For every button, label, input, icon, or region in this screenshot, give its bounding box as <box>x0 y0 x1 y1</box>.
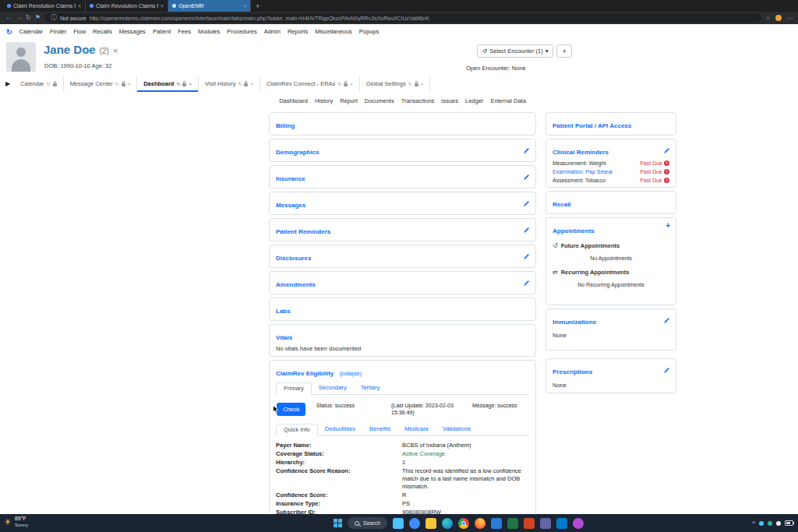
edit-pencil-icon[interactable] <box>663 313 670 320</box>
patient-name[interactable]: Jane Doe <box>44 43 96 56</box>
edit-pencil-icon[interactable] <box>663 143 670 150</box>
menu-miscellaneous[interactable]: Miscellaneous <box>315 28 352 35</box>
powerpoint-icon[interactable] <box>524 518 535 529</box>
vitals-title[interactable]: Vitals <box>276 334 292 341</box>
start-button[interactable] <box>334 519 342 527</box>
store-icon[interactable] <box>573 518 584 529</box>
close-icon[interactable]: × <box>128 82 131 86</box>
browser-tab-claimrev-1[interactable]: Claim Revolution Claims Processing × <box>3 0 86 12</box>
close-icon[interactable]: × <box>250 82 253 86</box>
subnav-history[interactable]: History <box>315 97 333 104</box>
refresh-icon[interactable]: ↻ <box>238 81 242 86</box>
appointments-title[interactable]: Appointments <box>553 227 595 234</box>
close-icon[interactable]: × <box>161 3 164 9</box>
tab-message-center[interactable]: Message Center ↻ × <box>64 76 138 92</box>
favorites-star-icon[interactable]: ☆ <box>765 15 771 22</box>
reminder-link[interactable]: Examination: Pap Smear <box>553 169 613 174</box>
teams-icon[interactable] <box>540 518 551 529</box>
close-icon[interactable]: × <box>243 3 246 9</box>
lock-icon[interactable] <box>344 83 348 86</box>
amendments-title[interactable]: Amendments <box>276 281 316 288</box>
tab-benefits[interactable]: Benefits <box>362 424 397 435</box>
labs-title[interactable]: Labs <box>276 308 291 315</box>
tab-calendar[interactable]: Calendar ↻ <box>14 76 63 92</box>
browser-profile-avatar[interactable] <box>775 15 782 21</box>
browser-tab-openemr[interactable]: OpenEMR × <box>168 0 251 12</box>
disclosures-title[interactable]: Disclosures <box>276 255 311 262</box>
menu-reports[interactable]: Reports <box>288 28 308 35</box>
bookmark-flag-icon[interactable]: ⚑ <box>35 15 41 21</box>
browser-tab-claimrev-2[interactable]: Claim Revolution Claims Processing F × <box>86 0 168 12</box>
tab-global-settings[interactable]: Global Settings ↻ × <box>360 76 430 92</box>
immunizations-title[interactable]: Immunizations <box>553 319 596 326</box>
battery-icon[interactable] <box>785 520 793 526</box>
edge-browser-icon[interactable] <box>442 518 453 529</box>
tab-tertiary[interactable]: Tertiary <box>354 382 387 394</box>
tab-claimrev-connect[interactable]: ClaimRev Connect - ERAs ↻ × <box>260 76 360 92</box>
tab-deductibles[interactable]: Deductibles <box>318 424 362 435</box>
refresh-icon[interactable]: ↻ <box>176 81 180 86</box>
select-encounter-button[interactable]: ↺ Select Encounter (1) ▾ <box>477 44 553 58</box>
back-icon[interactable]: ← <box>5 15 12 21</box>
new-tab-button[interactable]: + <box>251 0 264 12</box>
network-icon[interactable] <box>776 521 781 526</box>
chrome-browser-icon[interactable] <box>458 518 469 529</box>
file-explorer-icon[interactable] <box>425 518 436 529</box>
menu-fees[interactable]: Fees <box>178 28 191 35</box>
tab-medicare[interactable]: Medicare <box>397 424 436 435</box>
lock-icon[interactable] <box>122 83 125 86</box>
refresh-icon[interactable]: ↻ <box>26 15 31 21</box>
tray-app-icon[interactable] <box>759 521 764 526</box>
sync-refresh-icon[interactable]: ↻ <box>6 28 12 36</box>
recall-title[interactable]: Recall <box>553 201 571 208</box>
edit-pencil-icon[interactable] <box>523 223 530 230</box>
url-text[interactable]: http://openemrdemo.claimrev.com/openemr/… <box>90 16 429 21</box>
edit-pencil-icon[interactable] <box>523 249 530 256</box>
messages-title[interactable]: Messages <box>276 202 305 209</box>
add-appointment-button[interactable]: + <box>666 221 670 230</box>
task-view-icon[interactable] <box>393 518 404 529</box>
subnav-ledger[interactable]: Ledger <box>465 97 483 104</box>
taskbar-search[interactable]: Search <box>348 517 387 529</box>
lock-icon[interactable] <box>244 83 248 86</box>
menu-modules[interactable]: Modules <box>198 28 220 35</box>
refresh-icon[interactable]: ↻ <box>115 81 119 86</box>
menu-procedures[interactable]: Procedures <box>227 28 256 35</box>
prescriptions-title[interactable]: Prescriptions <box>553 368 592 375</box>
close-patient-icon[interactable]: × <box>113 46 118 55</box>
clinical-reminders-title[interactable]: Clinical Reminders <box>553 149 609 156</box>
patient-portal-title[interactable]: Patient Portal / API Access <box>553 122 631 129</box>
billing-title[interactable]: Billing <box>276 122 295 129</box>
close-icon[interactable]: × <box>189 82 192 86</box>
subnav-dashboard[interactable]: Dashboard <box>279 97 308 104</box>
subnav-report[interactable]: Report <box>340 97 358 104</box>
menu-admin[interactable]: Admin <box>264 28 281 35</box>
weather-widget[interactable]: ☀ 69°F Sunny <box>4 516 28 528</box>
tab-quick-info[interactable]: Quick Info <box>276 424 318 436</box>
firefox-browser-icon[interactable] <box>475 518 486 529</box>
expand-nav-arrow-icon[interactable]: ▶ <box>2 76 14 92</box>
collapse-link[interactable]: (collapse) <box>340 371 362 376</box>
tab-primary[interactable]: Primary <box>276 382 312 395</box>
widgets-icon[interactable] <box>409 518 420 529</box>
vscode-icon[interactable] <box>556 518 567 529</box>
edit-pencil-icon[interactable] <box>663 363 670 370</box>
insurance-title[interactable]: Insurance <box>276 175 305 182</box>
subnav-documents[interactable]: Documents <box>365 97 394 104</box>
tab-validations[interactable]: Validations <box>436 424 478 435</box>
outlook-icon[interactable] <box>491 518 502 529</box>
edit-pencil-icon[interactable] <box>523 170 530 177</box>
menu-finder[interactable]: Finder <box>50 28 66 35</box>
excel-icon[interactable] <box>507 518 518 529</box>
lock-icon[interactable] <box>182 83 186 86</box>
tray-chevron-icon[interactable]: ^ <box>752 520 755 527</box>
not-secure-label[interactable]: Not secure <box>60 16 87 21</box>
refresh-icon[interactable]: ↻ <box>408 81 412 86</box>
menu-popups[interactable]: Popups <box>359 28 379 35</box>
tab-visit-history[interactable]: Visit History ↻ × <box>199 76 260 92</box>
tab-secondary[interactable]: Secondary <box>312 382 354 394</box>
subnav-issues[interactable]: Issues <box>441 97 458 104</box>
forward-icon[interactable]: → <box>16 15 22 21</box>
demographics-title[interactable]: Demographics <box>276 149 320 156</box>
browser-menu-icon[interactable]: ⋯ <box>786 15 793 22</box>
